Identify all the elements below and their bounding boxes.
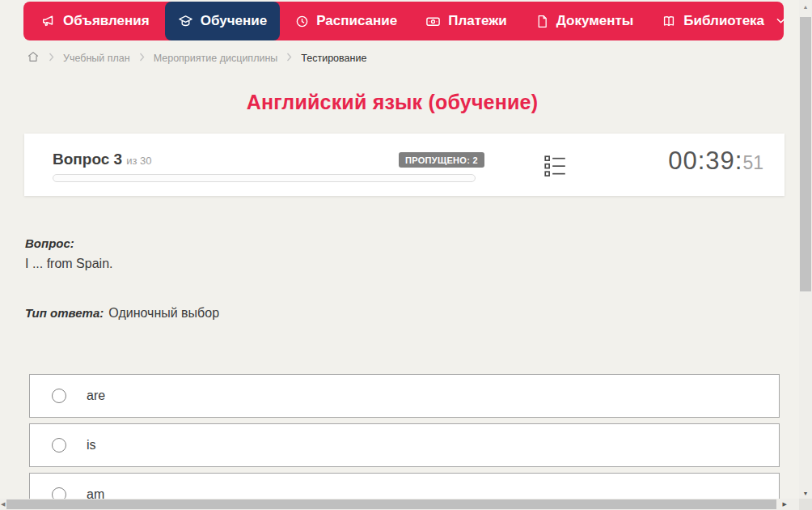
clock-icon bbox=[295, 15, 309, 28]
document-icon bbox=[535, 15, 549, 28]
question-counter: Вопрос 3из 30 bbox=[53, 151, 151, 168]
breadcrumb-item-discipline-event[interactable]: Мероприятие дисциплины bbox=[154, 53, 278, 64]
radio-button[interactable] bbox=[52, 438, 66, 453]
question-counter-total: из 30 bbox=[126, 155, 151, 167]
scroll-up-arrow-icon[interactable]: ▲ bbox=[799, 4, 812, 10]
timer-seconds: 51 bbox=[742, 152, 763, 173]
megaphone-icon bbox=[41, 14, 56, 28]
nav-item-documents[interactable]: Документы bbox=[522, 2, 647, 40]
vertical-scrollbar-thumb[interactable] bbox=[800, 17, 811, 291]
nav-item-label: Библиотека bbox=[683, 13, 764, 29]
chevron-right-icon bbox=[49, 53, 54, 64]
nav-item-label: Объявления bbox=[63, 13, 150, 29]
scroll-right-arrow-icon[interactable]: ▶ bbox=[783, 501, 787, 508]
top-navigation: Объявления Обучение Расписание Платежи Д… bbox=[23, 2, 784, 40]
answer-type: Тип ответа:Одиночный выбор bbox=[25, 306, 219, 321]
option-label: is bbox=[87, 438, 96, 453]
nav-item-label: Документы bbox=[556, 13, 634, 29]
option-label: are bbox=[87, 389, 105, 403]
chevron-down-icon bbox=[776, 18, 785, 24]
question-list-icon[interactable] bbox=[544, 155, 566, 181]
breadcrumb: Учебный план Мероприятие дисциплины Тест… bbox=[27, 50, 366, 66]
timer: 00:39:51 bbox=[668, 147, 763, 176]
answer-type-value: Одиночный выбор bbox=[108, 306, 219, 320]
nav-item-payments[interactable]: Платежи bbox=[412, 2, 520, 40]
page-title: Английский язык (обучение) bbox=[0, 91, 785, 114]
skipped-badge: ПРОПУЩЕНО: 2 bbox=[399, 152, 484, 168]
nav-item-announcements[interactable]: Объявления bbox=[28, 2, 163, 40]
radio-button[interactable] bbox=[52, 389, 66, 403]
nav-item-label: Расписание bbox=[316, 13, 397, 29]
timer-minutes: 00:39: bbox=[668, 147, 742, 175]
question-label: Вопрос: bbox=[25, 236, 74, 250]
chevron-right-icon bbox=[139, 53, 145, 64]
scroll-down-arrow-icon[interactable]: ▼ bbox=[799, 491, 812, 496]
horizontal-scrollbar[interactable]: ◀ ▶ bbox=[0, 499, 799, 510]
nav-item-learning[interactable]: Обучение bbox=[165, 2, 280, 40]
banknote-icon bbox=[425, 14, 441, 29]
home-icon[interactable] bbox=[27, 50, 40, 66]
answer-option-are[interactable]: are bbox=[29, 374, 780, 418]
graduation-cap-icon bbox=[178, 14, 193, 29]
question-counter-number: Вопрос 3 bbox=[53, 151, 122, 168]
answer-type-label: Тип ответа: bbox=[25, 306, 104, 320]
breadcrumb-item-testing: Тестирование bbox=[301, 53, 366, 64]
nav-item-library[interactable]: Библиотека bbox=[649, 2, 798, 40]
book-icon bbox=[662, 14, 676, 28]
scrollbar-corner bbox=[799, 499, 812, 510]
answer-option-is[interactable]: is bbox=[29, 423, 780, 467]
question-text: I ... from Spain. bbox=[25, 257, 112, 271]
chevron-right-icon bbox=[286, 53, 292, 64]
vertical-scrollbar[interactable]: ▲ ▼ bbox=[799, 0, 812, 499]
nav-item-schedule[interactable]: Расписание bbox=[282, 2, 410, 40]
question-progress-card: Вопрос 3из 30 ПРОПУЩЕНО: 2 00:39:51 bbox=[24, 134, 785, 196]
breadcrumb-item-curriculum[interactable]: Учебный план bbox=[63, 53, 130, 64]
horizontal-scrollbar-thumb[interactable] bbox=[6, 499, 776, 509]
nav-item-label: Обучение bbox=[201, 13, 267, 29]
answer-options: are is am bbox=[29, 374, 780, 510]
nav-item-label: Платежи bbox=[448, 13, 507, 29]
progress-bar bbox=[53, 174, 476, 182]
scroll-left-arrow-icon[interactable]: ◀ bbox=[1, 501, 5, 508]
